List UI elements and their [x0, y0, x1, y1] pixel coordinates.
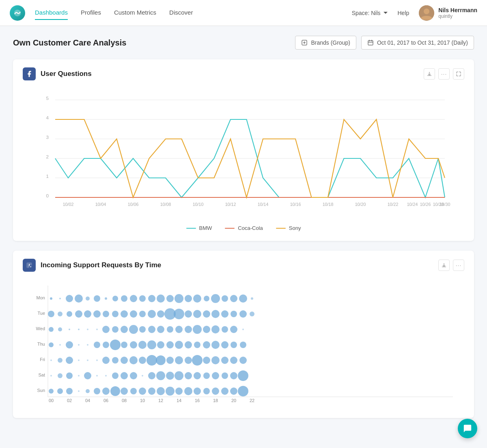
svg-point-102 [58, 327, 62, 331]
svg-text:10/10: 10/10 [193, 202, 204, 207]
svg-point-169 [66, 372, 73, 379]
svg-point-180 [166, 372, 174, 380]
avatar-image [419, 5, 434, 21]
svg-point-174 [112, 372, 119, 379]
page-content: Own Customer Care Analysis Brands (Group… [0, 26, 487, 437]
svg-text:10/20: 10/20 [355, 202, 366, 207]
svg-point-142 [221, 341, 228, 348]
svg-text:3: 3 [46, 134, 49, 140]
svg-point-93 [185, 310, 192, 318]
nav-profiles[interactable]: Profiles [81, 6, 101, 20]
svg-point-155 [139, 357, 146, 364]
svg-point-111 [139, 326, 146, 333]
svg-point-147 [66, 357, 73, 364]
facebook-page-icon: f [23, 259, 36, 272]
svg-point-164 [221, 357, 228, 364]
svg-text:2: 2 [46, 154, 49, 159]
svg-point-168 [58, 373, 62, 378]
svg-point-124 [59, 344, 61, 346]
svg-point-61 [105, 297, 107, 300]
svg-text:18: 18 [213, 398, 218, 403]
chat-button[interactable] [458, 419, 477, 437]
svg-point-85 [112, 311, 119, 317]
svg-text:12: 12 [158, 398, 163, 403]
svg-point-81 [75, 310, 82, 318]
svg-text:4: 4 [46, 115, 49, 120]
support-requests-card: f Incoming Support Requests By Time ··· [13, 251, 474, 418]
svg-point-115 [175, 326, 183, 333]
svg-point-138 [185, 341, 192, 348]
chart1-download[interactable] [424, 68, 435, 80]
svg-point-70 [185, 295, 192, 302]
svg-point-98 [231, 311, 237, 317]
svg-point-118 [203, 326, 210, 333]
svg-point-109 [121, 326, 128, 333]
svg-text:10/24: 10/24 [407, 202, 418, 207]
svg-point-145 [50, 359, 52, 361]
svg-point-75 [230, 295, 237, 302]
svg-point-122 [242, 329, 244, 330]
svg-point-57 [66, 295, 73, 302]
chart2-more[interactable]: ··· [453, 260, 464, 271]
user-subtitle: quintly [438, 13, 477, 19]
svg-point-185 [212, 372, 219, 379]
svg-point-182 [185, 372, 192, 379]
chart1-more[interactable]: ··· [438, 68, 450, 80]
user-info: Nils Herrmann quintly [419, 5, 477, 21]
svg-point-84 [103, 311, 109, 317]
svg-point-125 [66, 341, 73, 348]
svg-point-88 [139, 311, 146, 317]
svg-text:10/30: 10/30 [440, 202, 450, 207]
legend-cocacola: Coca-Cola [225, 225, 263, 231]
svg-text:Fri: Fri [40, 357, 45, 362]
svg-text:10/12: 10/12 [225, 202, 236, 207]
space-selector[interactable]: Space: Nils [352, 10, 388, 16]
svg-point-190 [57, 388, 63, 394]
svg-text:10/04: 10/04 [95, 202, 106, 207]
svg-point-116 [185, 326, 192, 333]
bubble-chart-wrapper: Mon Tue Wed Thu Fri Sat Sun 00 02 04 06 … [23, 278, 464, 408]
brands-button[interactable]: Brands (Group) [295, 36, 356, 50]
svg-text:10/06: 10/06 [128, 202, 139, 207]
legend-bmw: BMW [186, 225, 212, 231]
svg-point-201 [157, 387, 165, 395]
svg-point-120 [222, 326, 228, 333]
chart2-actions: ··· [438, 260, 464, 271]
svg-point-141 [211, 341, 220, 349]
svg-point-163 [211, 356, 220, 364]
svg-point-92 [174, 309, 184, 319]
svg-point-200 [148, 387, 155, 395]
svg-text:16: 16 [195, 398, 200, 403]
svg-point-83 [93, 310, 101, 318]
chart1-expand[interactable] [453, 68, 464, 80]
nav-dashboards[interactable]: Dashboards [35, 6, 68, 20]
help-link[interactable]: Help [398, 10, 409, 16]
svg-point-152 [112, 357, 119, 364]
svg-point-150 [96, 359, 98, 361]
svg-point-56 [59, 298, 61, 299]
user-name: Nils Herrmann [438, 7, 477, 13]
svg-text:0: 0 [46, 193, 49, 198]
nav-discover[interactable]: Discover [169, 6, 193, 20]
svg-point-64 [130, 295, 137, 302]
chart2-header: f Incoming Support Requests By Time ··· [23, 259, 464, 272]
svg-point-179 [156, 371, 165, 380]
user-text: Nils Herrmann quintly [438, 7, 477, 19]
svg-point-166 [239, 357, 247, 364]
svg-text:10/02: 10/02 [63, 202, 74, 207]
chart2-download[interactable] [438, 260, 450, 271]
svg-text:1: 1 [46, 173, 49, 179]
svg-point-154 [129, 356, 138, 364]
user-questions-card: User Questions ··· [13, 59, 474, 241]
svg-point-156 [147, 355, 157, 366]
nav-custom-metrics[interactable]: Custom Metrics [114, 6, 156, 20]
svg-text:00: 00 [49, 398, 54, 403]
logo[interactable] [10, 5, 25, 21]
svg-point-176 [130, 372, 137, 379]
svg-text:10/08: 10/08 [160, 202, 171, 207]
date-range-button[interactable]: Oct 01, 2017 to Oct 31, 2017 (Daily) [361, 36, 474, 50]
svg-point-203 [175, 387, 183, 395]
svg-text:10/18: 10/18 [323, 202, 334, 207]
svg-point-117 [193, 325, 202, 334]
svg-point-127 [87, 344, 88, 346]
